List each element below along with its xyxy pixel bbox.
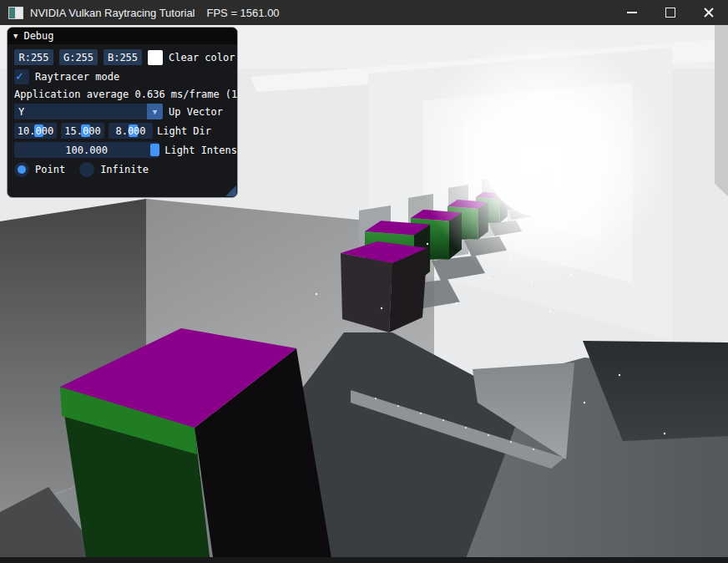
light-dir-y-value: 15.000 bbox=[64, 125, 100, 137]
green-value-button[interactable]: G:255 bbox=[59, 49, 98, 65]
up-vector-value: Y bbox=[14, 106, 24, 118]
minimize-button[interactable] bbox=[613, 0, 651, 25]
light-intensity-value: 100.000 bbox=[65, 145, 108, 156]
light-dir-y-drag[interactable]: 15.000 bbox=[61, 123, 104, 139]
light-dir-x-drag[interactable]: 10.000 bbox=[14, 123, 57, 139]
debug-panel-title: Debug bbox=[23, 30, 53, 42]
mid-cube bbox=[341, 241, 427, 332]
red-value-button[interactable]: R:255 bbox=[14, 49, 53, 65]
light-dir-z-value: 8.000 bbox=[115, 125, 145, 137]
close-icon bbox=[703, 7, 715, 18]
tunnel-light-core bbox=[484, 100, 601, 217]
combo-arrow-button[interactable]: ▼ bbox=[147, 104, 163, 119]
blue-value-button[interactable]: B:255 bbox=[104, 49, 142, 65]
raytracer-mode-row: ✓ Raytracer mode bbox=[14, 68, 237, 84]
fps-counter: FPS = 1561.00 bbox=[207, 7, 280, 19]
light-intensity-label: Light Intens bbox=[164, 145, 237, 156]
bottom-dark-strip bbox=[0, 557, 728, 563]
light-type-row: Point Infinite bbox=[14, 161, 237, 177]
light-intensity-row: 100.000 Light Intens bbox=[14, 142, 237, 158]
up-vector-row: Y ▼ Up Vector bbox=[14, 104, 237, 119]
app-window: NVIDIA Vulkan Raytracing Tutorial FPS = … bbox=[0, 0, 728, 563]
light-dir-x-value: 10.000 bbox=[18, 125, 53, 137]
point-light-radio[interactable] bbox=[14, 162, 29, 177]
collapse-arrow-icon[interactable]: ▼ bbox=[13, 32, 18, 40]
up-vector-combo[interactable]: Y ▼ bbox=[14, 104, 163, 119]
debug-panel-titlebar[interactable]: ▼ Debug bbox=[8, 28, 237, 44]
raytracer-mode-label: Raytracer mode bbox=[35, 71, 119, 83]
clear-color-swatch[interactable] bbox=[148, 50, 163, 65]
frame-stats-text: Application average 0.636 ms/frame (15 bbox=[14, 89, 238, 100]
light-intensity-slider[interactable]: 100.000 bbox=[14, 142, 159, 158]
infinite-light-label: Infinite bbox=[100, 164, 149, 175]
clear-color-row: R:255 G:255 B:255 Clear color bbox=[14, 49, 237, 65]
infinite-light-radio[interactable] bbox=[79, 162, 94, 177]
chevron-down-icon: ▼ bbox=[153, 108, 157, 116]
up-vector-label: Up Vector bbox=[169, 106, 223, 118]
point-light-label: Point bbox=[35, 164, 65, 175]
debug-panel: ▼ Debug R:255 G:255 B:255 Clear color ✓ … bbox=[7, 27, 238, 198]
light-dir-row: 10.000 15.000 8.000 Light Dir bbox=[14, 123, 237, 139]
clear-color-label: Clear color bbox=[169, 52, 235, 63]
light-dir-z-drag[interactable]: 8.000 bbox=[109, 123, 153, 139]
stats-row: Application average 0.636 ms/frame (15 bbox=[14, 89, 237, 100]
window-title: NVIDIA Vulkan Raytracing Tutorial bbox=[30, 7, 195, 19]
raytracer-mode-checkbox[interactable]: ✓ bbox=[14, 69, 29, 84]
mid-cube-front bbox=[341, 253, 392, 332]
close-button[interactable] bbox=[690, 0, 728, 25]
slider-grab[interactable] bbox=[150, 144, 159, 156]
app-icon bbox=[8, 7, 23, 19]
checkmark-icon: ✓ bbox=[16, 68, 23, 84]
minimize-icon bbox=[627, 12, 637, 13]
panel-resize-grip[interactable] bbox=[225, 185, 236, 196]
maximize-button[interactable] bbox=[651, 0, 690, 25]
maximize-icon bbox=[665, 8, 675, 18]
titlebar: NVIDIA Vulkan Raytracing Tutorial FPS = … bbox=[0, 0, 728, 25]
light-dir-label: Light Dir bbox=[157, 125, 211, 137]
